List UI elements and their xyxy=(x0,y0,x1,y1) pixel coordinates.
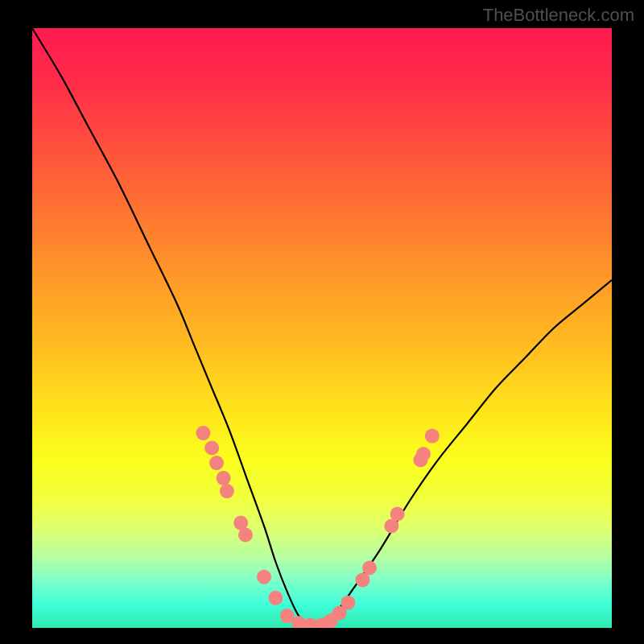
data-point xyxy=(268,591,283,605)
data-point xyxy=(209,456,224,470)
data-point xyxy=(217,471,231,485)
data-point xyxy=(257,570,271,584)
data-point xyxy=(238,528,253,543)
data-point xyxy=(341,596,355,610)
data-point xyxy=(390,507,405,522)
chart-svg xyxy=(32,28,612,628)
data-point xyxy=(362,561,377,576)
data-points-group xyxy=(196,426,439,628)
data-point xyxy=(425,429,440,444)
data-point xyxy=(196,426,210,440)
watermark: TheBottleneck.com xyxy=(483,5,634,26)
data-point xyxy=(416,447,431,461)
data-point xyxy=(204,441,219,456)
bottleneck-curve xyxy=(32,28,612,626)
data-point xyxy=(220,484,234,498)
